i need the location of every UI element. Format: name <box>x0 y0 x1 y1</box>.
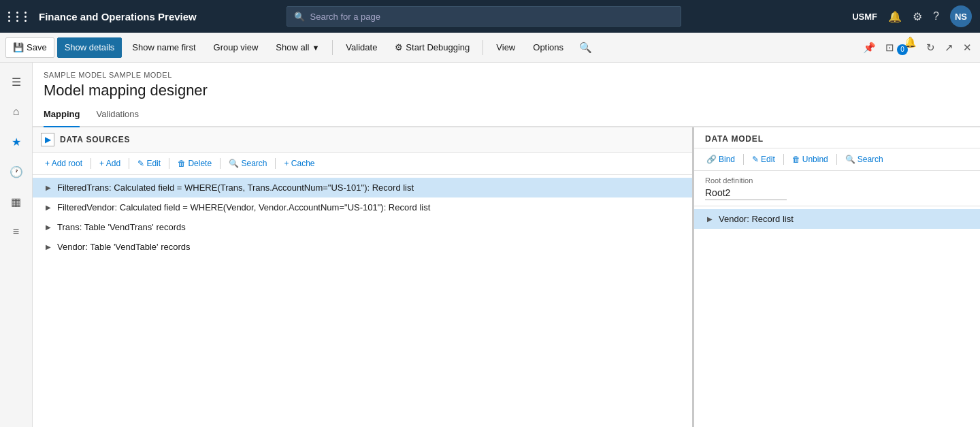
notification-icon[interactable]: 🔔 <box>888 10 902 23</box>
dm-tree-arrow-icon: ▶ <box>705 215 715 224</box>
show-name-button[interactable]: Show name first <box>125 37 203 58</box>
company-selector[interactable]: USMF <box>852 12 877 22</box>
search-icon: 🔍 <box>294 12 305 22</box>
tab-mapping[interactable]: Mapping <box>44 105 80 127</box>
refresh-icon[interactable]: ↻ <box>924 39 938 57</box>
start-debugging-button[interactable]: ⚙ Start Debugging <box>387 37 477 58</box>
data-sources-title: DATA SOURCES <box>60 135 130 144</box>
save-button[interactable]: 💾 Save <box>5 37 54 58</box>
tree-arrow-icon: ▶ <box>44 223 53 232</box>
top-navigation: Finance and Operations Preview 🔍 Search … <box>0 0 980 33</box>
main-layout: ☰ ⌂ ★ 🕐 ▦ ≡ SAMPLE MODEL SAMPLE MODEL Mo… <box>0 63 980 427</box>
tree-item-label: FilteredTrans: Calculated field = WHERE(… <box>57 183 414 193</box>
data-model-tree: ▶ Vendor: Record list <box>694 206 980 427</box>
ds-expand-button[interactable]: ▶ <box>41 133 54 146</box>
ds-toolbar-separator-1 <box>91 158 91 169</box>
tree-item[interactable]: ▶ FilteredVendor: Calculated field = WHE… <box>33 197 692 217</box>
main-toolbar: 💾 Save Show details Show name first Grou… <box>0 33 980 63</box>
sidebar-item-home[interactable]: ⌂ <box>3 98 30 125</box>
dm-tree-item-label: Vendor: Record list <box>719 214 794 224</box>
sidebar-item-workspaces[interactable]: ▦ <box>3 188 30 215</box>
view-button[interactable]: View <box>489 37 523 58</box>
show-all-button[interactable]: Show all ▼ <box>268 37 327 58</box>
dm-toolbar-separator-1 <box>743 154 744 165</box>
dm-edit-button[interactable]: ✎ Edit <box>748 153 779 166</box>
top-nav-right: USMF 🔔 ⚙ ? NS <box>852 5 972 27</box>
data-model-header: DATA MODEL <box>694 127 980 148</box>
tree-item-label: FilteredVendor: Calculated field = WHERE… <box>57 202 430 212</box>
sidebar-item-list[interactable]: ≡ <box>3 218 30 245</box>
ds-toolbar-separator-4 <box>220 158 220 169</box>
sidebar-item-favorites[interactable]: ★ <box>3 128 30 155</box>
open-new-icon[interactable]: ↗ <box>942 39 956 57</box>
toolbar-search-icon[interactable]: 🔍 <box>579 42 592 54</box>
data-sources-header: ▶ DATA SOURCES <box>33 127 692 153</box>
ds-toolbar-separator-2 <box>129 158 129 169</box>
dm-search-icon: 🔍 <box>845 155 855 164</box>
add-root-button[interactable]: + Add root <box>41 157 86 170</box>
sidebar-item-hamburger[interactable]: ☰ <box>3 68 30 95</box>
global-search[interactable]: 🔍 Search for a page <box>287 6 681 27</box>
bind-icon: 🔗 <box>706 155 717 164</box>
tabs-bar: Mapping Validations <box>33 105 980 127</box>
pinned-icon[interactable]: 📌 <box>860 39 879 57</box>
group-view-button[interactable]: Group view <box>206 37 266 58</box>
ds-toolbar-separator-5 <box>275 158 276 169</box>
cache-button[interactable]: + Cache <box>280 157 318 170</box>
show-all-dropdown-icon: ▼ <box>312 44 319 52</box>
toolbar-right-icons: 📌 ⊡ 🔔 0 ↻ ↗ ✕ <box>860 36 975 59</box>
fullscreen-icon[interactable]: ⊡ <box>883 39 897 57</box>
tree-item[interactable]: ▶ Trans: Table 'VendTrans' records <box>33 217 692 237</box>
data-sources-panel: ▶ DATA SOURCES + Add root + Add ✎ Edit 🗑… <box>33 127 694 427</box>
main-content: SAMPLE MODEL SAMPLE MODEL Model mapping … <box>33 63 980 427</box>
designer-area: ▶ DATA SOURCES + Add root + Add ✎ Edit 🗑… <box>33 127 980 427</box>
root-definition-value: Root2 <box>705 187 787 200</box>
help-icon[interactable]: ? <box>933 10 939 22</box>
debug-icon: ⚙ <box>395 42 403 52</box>
dm-bind-button[interactable]: 🔗 Bind <box>702 153 739 166</box>
settings-icon[interactable]: ⚙ <box>913 10 922 23</box>
tab-validations[interactable]: Validations <box>96 105 139 127</box>
dm-toolbar-separator-2 <box>783 154 784 165</box>
tree-arrow-icon: ▶ <box>44 203 53 212</box>
notifications-wrapper: 🔔 0 <box>901 36 919 59</box>
tree-item[interactable]: ▶ FilteredTrans: Calculated field = WHER… <box>33 178 692 197</box>
data-sources-toolbar: + Add root + Add ✎ Edit 🗑 Delete 🔍 Searc… <box>33 153 692 175</box>
tree-item[interactable]: ▶ Vendor: Table 'VendTable' records <box>33 237 692 257</box>
close-icon[interactable]: ✕ <box>960 39 975 57</box>
options-button[interactable]: Options <box>525 37 571 58</box>
side-navigation: ☰ ⌂ ★ 🕐 ▦ ≡ <box>0 63 33 427</box>
dm-unbind-button[interactable]: 🗑 Unbind <box>788 153 832 166</box>
page-title: Model mapping designer <box>33 80 980 105</box>
save-icon: 💾 <box>13 42 24 52</box>
search-button[interactable]: 🔍 Search <box>225 157 271 170</box>
tree-item-label: Vendor: Table 'VendTable' records <box>57 242 191 252</box>
breadcrumb: SAMPLE MODEL SAMPLE MODEL <box>33 63 980 80</box>
tree-arrow-icon: ▶ <box>44 183 53 193</box>
notification-badge: 0 <box>897 44 908 55</box>
dm-search-button[interactable]: 🔍 Search <box>841 153 887 166</box>
delete-button[interactable]: 🗑 Delete <box>174 157 216 170</box>
add-button[interactable]: + Add <box>95 157 125 170</box>
validate-button[interactable]: Validate <box>338 37 385 58</box>
unbind-icon: 🗑 <box>792 155 800 164</box>
tree-arrow-icon: ▶ <box>44 242 53 252</box>
edit-button[interactable]: ✎ Edit <box>133 157 165 170</box>
search-placeholder: Search for a page <box>310 12 380 22</box>
app-title: Finance and Operations Preview <box>39 11 197 22</box>
dm-tree-item[interactable]: ▶ Vendor: Record list <box>694 209 980 229</box>
root-definition-section: Root definition Root2 <box>694 171 980 206</box>
dm-edit-icon: ✎ <box>752 155 759 164</box>
data-model-panel: DATA MODEL 🔗 Bind ✎ Edit 🗑 Unbind <box>694 127 980 427</box>
toolbar-separator-1 <box>332 40 333 55</box>
toolbar-separator-2 <box>483 40 483 55</box>
root-definition-label: Root definition <box>705 176 969 185</box>
app-grid-menu[interactable] <box>8 12 31 22</box>
data-model-toolbar: 🔗 Bind ✎ Edit 🗑 Unbind 🔍 <box>694 148 980 171</box>
sidebar-item-recent[interactable]: 🕐 <box>3 158 30 185</box>
ds-toolbar-separator-3 <box>169 158 169 169</box>
tree-item-label: Trans: Table 'VendTrans' records <box>57 222 186 232</box>
show-details-button[interactable]: Show details <box>57 37 122 58</box>
data-sources-tree: ▶ FilteredTrans: Calculated field = WHER… <box>33 175 692 427</box>
user-avatar[interactable]: NS <box>950 5 972 27</box>
